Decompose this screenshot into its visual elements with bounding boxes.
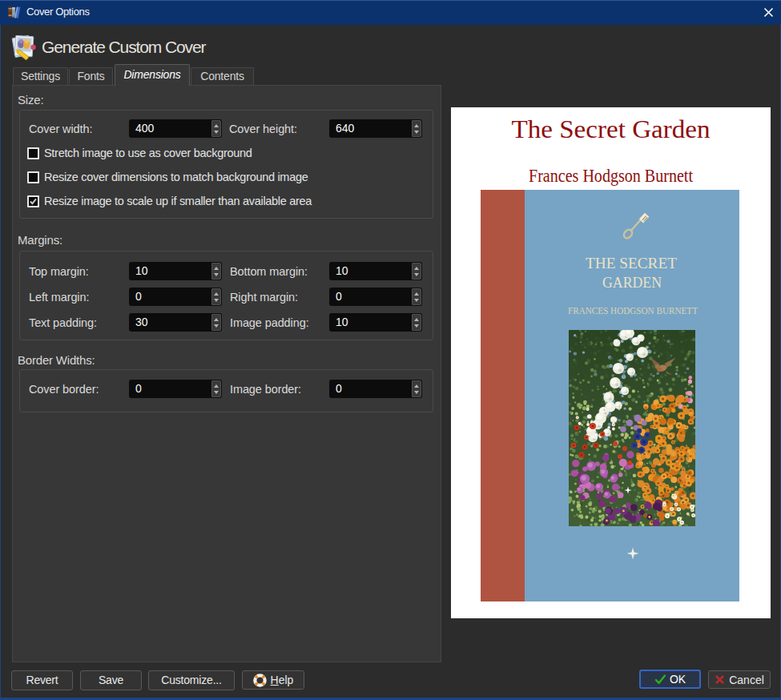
svg-text:GARDEN: GARDEN	[602, 274, 662, 291]
svg-text:FRANCES HODGSON BURNETT: FRANCES HODGSON BURNETT	[568, 304, 698, 316]
svg-text:THE SECRET: THE SECRET	[586, 255, 677, 272]
svg-text:The Secret Garden: The Secret Garden	[512, 115, 711, 143]
svg-text:Frances Hodgson Burnett: Frances Hodgson Burnett	[529, 166, 694, 186]
